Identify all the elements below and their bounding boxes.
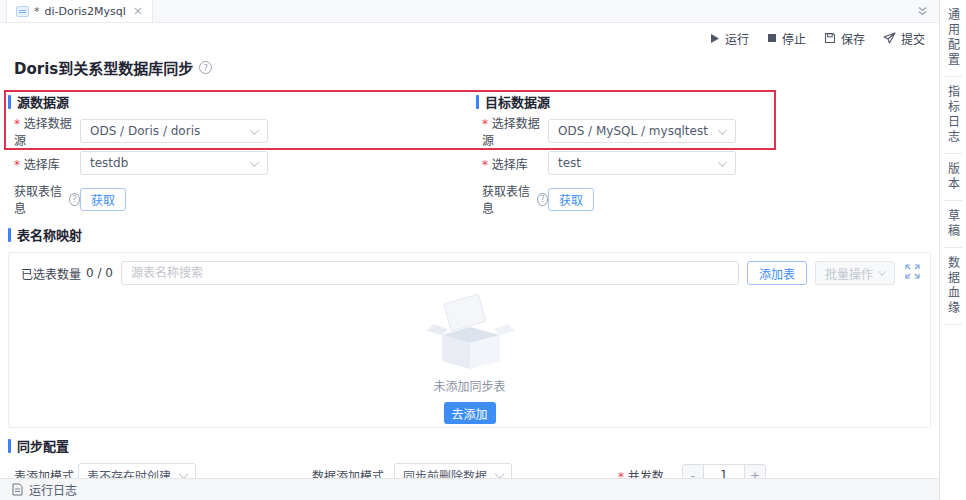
target-db-row: 选择库 test — [482, 151, 939, 175]
play-icon — [709, 33, 720, 44]
submit-button[interactable]: 提交 — [883, 30, 925, 47]
target-datasource-row: 选择数据源 ODS / MySQL / mysqltest — [482, 119, 939, 143]
save-icon — [824, 32, 836, 44]
data-add-mode-select[interactable]: 同步前删除数据 — [394, 463, 512, 478]
mapping-section-header: 表名称映射 — [8, 225, 939, 244]
fetch-table-label: 获取表信息 ? — [14, 182, 80, 216]
section-bar — [8, 228, 11, 242]
source-table-search-input[interactable] — [121, 261, 739, 285]
sidebar-item-general-config[interactable]: 通用配置 — [945, 0, 962, 76]
divider — [944, 324, 962, 325]
action-toolbar: 运行 停止 保存 提交 — [0, 27, 939, 49]
target-db-select[interactable]: test — [548, 151, 736, 175]
sidebar-item-version[interactable]: 版本 — [945, 154, 962, 200]
paper-plane-icon — [883, 32, 896, 44]
content-area: Doris到关系型数据库同步 ? 源数据源 选择数据源 ODS / Doris … — [0, 49, 939, 478]
tab-title: di-Doris2Mysql — [45, 5, 126, 18]
sync-section-header: 同步配置 — [8, 436, 939, 455]
sidebar-item-metric-log[interactable]: 指标日志 — [945, 77, 962, 153]
log-document-icon — [12, 483, 23, 496]
target-column: 目标数据源 选择数据源 ODS / MySQL / mysqltest 选择库 … — [468, 84, 939, 211]
sync-config-row-1: 表添加模式 表不存在时创建 数据添加模式 同步前删除数据 并发数 - 1 + — [14, 463, 939, 478]
empty-box-illustration — [418, 293, 522, 373]
source-column: 源数据源 选择数据源 ODS / Doris / doris 选择库 testd… — [0, 84, 468, 211]
tab-di-doris2mysql[interactable]: * di-Doris2Mysql × — [6, 0, 153, 22]
source-datasource-row: 选择数据源 ODS / Doris / doris — [14, 119, 468, 143]
field-label: 选择数据源 — [14, 114, 80, 148]
chevron-down-icon — [718, 125, 728, 135]
target-fetch-button[interactable]: 获取 — [548, 188, 594, 211]
target-datasource-select[interactable]: ODS / MySQL / mysqltest — [548, 119, 736, 143]
field-label: 选择库 — [482, 155, 548, 172]
selected-count-value: 0 / 0 — [86, 266, 113, 280]
collapse-chevron-icon[interactable] — [916, 5, 929, 21]
help-icon[interactable]: ? — [69, 193, 80, 206]
source-db-select[interactable]: testdb — [80, 151, 268, 175]
concurrency-value[interactable]: 1 — [704, 464, 744, 479]
chevron-down-icon — [495, 469, 505, 478]
datasource-columns: 源数据源 选择数据源 ODS / Doris / doris 选择库 testd… — [0, 84, 939, 211]
chevron-down-icon — [718, 157, 728, 167]
add-table-button[interactable]: 添加表 — [747, 261, 807, 285]
chevron-down-icon — [878, 267, 886, 275]
help-icon[interactable]: ? — [537, 193, 548, 206]
concurrency-label: 并发数 — [618, 467, 664, 479]
run-log-label: 运行日志 — [29, 481, 77, 498]
unsaved-mark: * — [34, 5, 40, 18]
help-icon[interactable]: ? — [199, 61, 212, 74]
page-title: Doris到关系型数据库同步 ? — [14, 57, 939, 78]
field-label: 选择库 — [14, 155, 80, 172]
stop-icon — [767, 33, 777, 43]
tab-close-icon[interactable]: × — [133, 5, 143, 17]
target-section-header: 目标数据源 — [476, 92, 939, 111]
run-log-bar[interactable]: 运行日志 — [0, 478, 939, 500]
right-sidebar: 通用配置 指标日志 版本 草稿 数据血缘 — [939, 0, 966, 500]
chevron-down-icon — [250, 157, 260, 167]
table-add-mode-label: 表添加模式 — [14, 467, 78, 479]
source-datasource-select[interactable]: ODS / Doris / doris — [80, 119, 268, 143]
main-panel: * di-Doris2Mysql × 运行 停止 保存 — [0, 0, 939, 500]
selected-count: 已选表数量 0 / 0 — [21, 265, 113, 282]
target-fetch-row: 获取表信息 ? 获取 — [482, 187, 939, 211]
mapping-container: 已选表数量 0 / 0 添加表 批量操作 — [8, 252, 931, 428]
source-fetch-row: 获取表信息 ? 获取 — [14, 187, 468, 211]
run-button[interactable]: 运行 — [709, 30, 749, 47]
empty-state: 未添加同步表 去添加 — [9, 293, 930, 424]
sidebar-item-data-lineage[interactable]: 数据血缘 — [945, 248, 962, 324]
source-db-row: 选择库 testdb — [14, 151, 468, 175]
section-bar — [8, 439, 11, 453]
chevron-down-icon — [179, 469, 189, 478]
tab-bar: * di-Doris2Mysql × — [0, 0, 939, 23]
stepper-minus-button[interactable]: - — [682, 464, 704, 479]
stepper-plus-button[interactable]: + — [744, 464, 766, 479]
field-label: 选择数据源 — [482, 114, 548, 148]
fullscreen-expand-icon[interactable] — [905, 264, 920, 282]
empty-text: 未添加同步表 — [433, 377, 505, 394]
section-bar — [476, 95, 479, 109]
app-window: * di-Doris2Mysql × 运行 停止 保存 — [0, 0, 966, 500]
mapping-toolbar: 已选表数量 0 / 0 添加表 批量操作 — [9, 253, 930, 285]
go-add-button[interactable]: 去添加 — [444, 402, 496, 424]
save-button[interactable]: 保存 — [824, 30, 865, 47]
sidebar-item-draft[interactable]: 草稿 — [945, 201, 962, 247]
section-bar — [8, 95, 11, 109]
batch-operation-button[interactable]: 批量操作 — [815, 261, 895, 285]
table-add-mode-select[interactable]: 表不存在时创建 — [78, 463, 196, 478]
concurrency-stepper: - 1 + — [682, 464, 766, 479]
stop-button[interactable]: 停止 — [767, 30, 806, 47]
source-fetch-button[interactable]: 获取 — [80, 188, 126, 211]
chevron-down-icon — [250, 125, 260, 135]
data-add-mode-label: 数据添加模式 — [312, 467, 384, 479]
fetch-table-label: 获取表信息 ? — [482, 182, 548, 216]
source-section-header: 源数据源 — [8, 92, 468, 111]
file-type-icon — [16, 6, 29, 17]
